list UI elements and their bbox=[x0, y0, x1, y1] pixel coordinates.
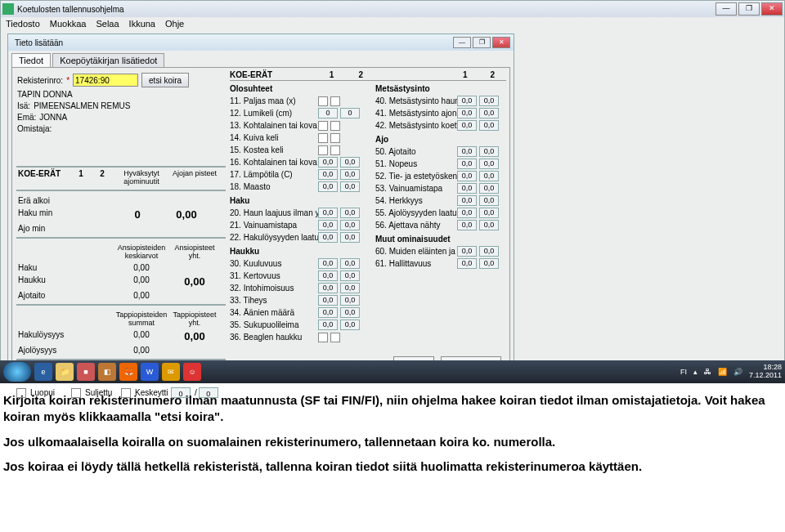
item-value[interactable]: 0,0 bbox=[340, 157, 360, 168]
menu-selaa[interactable]: Selaa bbox=[96, 19, 119, 30]
menu-ohje[interactable]: Ohje bbox=[165, 19, 184, 30]
item-value[interactable]: 0,0 bbox=[457, 159, 477, 169]
item-check[interactable] bbox=[330, 96, 340, 106]
item-check[interactable] bbox=[318, 333, 328, 342]
minimize-button[interactable]: — bbox=[715, 2, 737, 16]
item-label: 60. Muiden eläinten ja sorkkaeläinten aj… bbox=[375, 247, 457, 256]
item-value[interactable]: 0,0 bbox=[318, 157, 338, 168]
section-haukku: Haukku bbox=[230, 247, 375, 256]
ansio-hdr-a: Ansiopisteiden keskiarvot bbox=[113, 242, 170, 262]
item-value[interactable]: 0,0 bbox=[340, 295, 360, 306]
item-value[interactable]: 0,0 bbox=[457, 108, 477, 118]
dialog-close[interactable]: ✕ bbox=[492, 37, 510, 48]
item-value[interactable]: 0,0 bbox=[340, 220, 360, 230]
item-check[interactable] bbox=[330, 133, 340, 143]
haku-val: 0,00 bbox=[113, 262, 170, 274]
tray-sound-icon[interactable]: 🔊 bbox=[733, 368, 742, 376]
item-value[interactable]: 0,0 bbox=[340, 320, 360, 330]
tab-tiedot[interactable]: Tiedot bbox=[11, 53, 51, 67]
item-check[interactable] bbox=[318, 133, 328, 143]
item-value[interactable]: 0,0 bbox=[479, 208, 499, 218]
item-value[interactable]: 0,0 bbox=[318, 169, 338, 180]
item-value[interactable]: 0,0 bbox=[457, 258, 477, 269]
taskbar-app3-icon[interactable]: ☺ bbox=[183, 363, 201, 381]
item-value[interactable]: 0,0 bbox=[457, 208, 477, 218]
row-ajoloysyys: Ajolöysyys bbox=[16, 344, 70, 356]
etsi-koira-button[interactable]: etsi koira bbox=[141, 73, 189, 87]
taskbar-lang[interactable]: FI bbox=[680, 368, 687, 376]
item-check[interactable] bbox=[318, 96, 328, 106]
item-value[interactable]: 0,0 bbox=[318, 258, 338, 269]
dialog-minimize[interactable]: — bbox=[453, 37, 471, 48]
item-value[interactable]: 0,0 bbox=[340, 169, 360, 180]
item-value[interactable]: 0,0 bbox=[318, 295, 338, 306]
tray-wifi-icon[interactable]: 📶 bbox=[718, 368, 727, 376]
item-label: 61. Hallittavuus bbox=[375, 259, 457, 268]
item-value[interactable]: 0,0 bbox=[318, 232, 338, 243]
item-value[interactable]: 0,0 bbox=[340, 232, 360, 243]
item-value[interactable]: 0,0 bbox=[318, 181, 338, 192]
item-value[interactable]: 0,0 bbox=[318, 220, 338, 230]
item-value[interactable]: 0,0 bbox=[479, 96, 499, 106]
item-value[interactable]: 0 bbox=[340, 108, 360, 118]
taskbar-ie-icon[interactable]: e bbox=[34, 363, 52, 381]
item-value[interactable]: 0,0 bbox=[457, 195, 477, 206]
item-value[interactable]: 0,0 bbox=[340, 258, 360, 269]
dialog-tieto-lisataan: Tieto lisätään — ❐ ✕ Tiedot Koepöytäkirj… bbox=[7, 34, 514, 382]
taskbar-explorer-icon[interactable]: 📁 bbox=[56, 363, 74, 381]
item-value[interactable]: 0,0 bbox=[318, 307, 338, 318]
item-check[interactable] bbox=[330, 333, 340, 342]
item-value[interactable]: 0,0 bbox=[457, 146, 477, 157]
taskbar-app1-icon[interactable]: ■ bbox=[77, 363, 95, 381]
item-value[interactable]: 0,0 bbox=[318, 283, 338, 293]
taskbar-firefox-icon[interactable]: 🦊 bbox=[119, 363, 137, 381]
item-value[interactable]: 0,0 bbox=[457, 220, 477, 230]
tray-icon[interactable]: ▴ bbox=[693, 368, 698, 376]
dialog-maximize[interactable]: ❐ bbox=[473, 37, 491, 48]
item-value[interactable]: 0,0 bbox=[318, 270, 338, 281]
item-value[interactable]: 0,0 bbox=[479, 220, 499, 230]
item-value[interactable]: 0,0 bbox=[318, 320, 338, 330]
rekisteri-input[interactable] bbox=[73, 74, 138, 87]
tab-lisatiedot[interactable]: Koepöytäkirjan lisätiedot bbox=[52, 53, 164, 67]
item-check[interactable] bbox=[318, 145, 328, 155]
item-value[interactable]: 0,0 bbox=[457, 120, 477, 131]
item-value[interactable]: 0,0 bbox=[340, 270, 360, 281]
item-value[interactable]: 0,0 bbox=[457, 171, 477, 181]
menu-ikkuna[interactable]: Ikkuna bbox=[129, 19, 155, 30]
item-value[interactable]: 0,0 bbox=[479, 183, 499, 194]
taskbar-word-icon[interactable]: W bbox=[141, 363, 159, 381]
item-value[interactable]: 0,0 bbox=[479, 258, 499, 269]
item-value[interactable]: 0,0 bbox=[340, 208, 360, 218]
item-value[interactable]: 0,0 bbox=[479, 171, 499, 181]
item-value[interactable]: 0,0 bbox=[340, 181, 360, 192]
start-button[interactable] bbox=[3, 362, 31, 382]
close-button[interactable]: ✕ bbox=[761, 2, 783, 16]
item-value[interactable]: 0,0 bbox=[479, 108, 499, 118]
menu-tiedosto[interactable]: Tiedosto bbox=[6, 19, 40, 30]
item-value[interactable]: 0,0 bbox=[479, 246, 499, 257]
item-value[interactable]: 0,0 bbox=[479, 195, 499, 206]
taskbar-mail-icon[interactable]: ✉ bbox=[162, 363, 180, 381]
item-value[interactable]: 0,0 bbox=[457, 96, 477, 106]
item-value[interactable]: 0,0 bbox=[479, 120, 499, 131]
menu-muokkaa[interactable]: Muokkaa bbox=[50, 19, 87, 30]
item-value[interactable]: 0,0 bbox=[457, 246, 477, 257]
item-row: 61. Hallittavuus0,00,0 bbox=[375, 257, 506, 270]
taskbar-app2-icon[interactable]: ◧ bbox=[98, 363, 116, 381]
item-label: 13. Kohtalainen tai kova tuuli bbox=[230, 121, 318, 130]
tray-network-icon[interactable]: 🖧 bbox=[704, 368, 711, 376]
item-value[interactable]: 0,0 bbox=[318, 208, 338, 218]
item-value[interactable]: 0,0 bbox=[340, 307, 360, 318]
item-value[interactable]: 0,0 bbox=[457, 183, 477, 194]
item-check[interactable] bbox=[330, 121, 340, 131]
item-value[interactable]: 0,0 bbox=[479, 159, 499, 169]
item-value[interactable]: 0 bbox=[318, 108, 338, 118]
item-row: 60. Muiden eläinten ja sorkkaeläinten aj… bbox=[375, 245, 506, 257]
item-value[interactable]: 0,0 bbox=[479, 146, 499, 157]
maximize-button[interactable]: ❐ bbox=[738, 2, 760, 16]
item-check[interactable] bbox=[318, 121, 328, 131]
tappio-hdr-b: Tappiopisteet yht. bbox=[170, 309, 219, 329]
item-value[interactable]: 0,0 bbox=[340, 283, 360, 293]
item-check[interactable] bbox=[330, 145, 340, 155]
